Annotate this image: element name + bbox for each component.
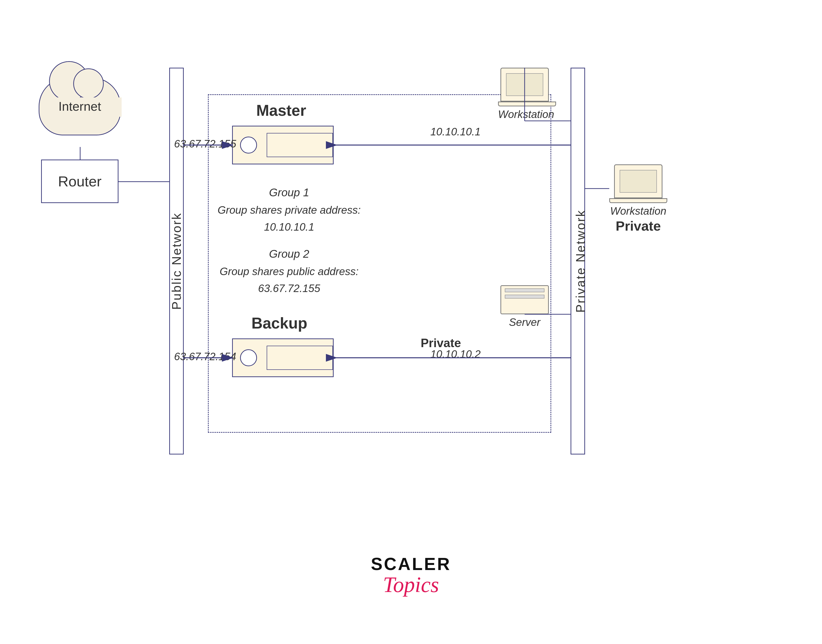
master-label: Master <box>256 101 306 120</box>
internet-cloud: Internet <box>34 77 126 155</box>
workstation-private: Workstation Private <box>609 164 667 234</box>
scaler-text: SCALER <box>371 554 451 574</box>
ip-master-private: 10.10.10.1 <box>430 126 481 138</box>
private-network-label-container: Private Network <box>556 68 604 454</box>
public-network-text: Public Network <box>169 213 184 310</box>
workstation-top-icon <box>500 68 549 101</box>
scaler-logo: SCALER Topics <box>371 554 451 596</box>
private-tag: Private <box>421 336 461 350</box>
workstation-private-sublabel: Private <box>609 218 667 234</box>
internet-label: Internet <box>39 99 121 113</box>
private-network-text: Private Network <box>573 210 587 313</box>
group1-label: Group 1 <box>218 184 361 202</box>
workstation-top-base <box>498 101 556 106</box>
server-device: Server <box>498 285 551 328</box>
line-internet-router <box>80 147 81 161</box>
workstation-private-icon <box>614 164 663 198</box>
ip-master-public: 63.67.72.155 <box>174 138 236 150</box>
server-label: Server <box>498 316 551 328</box>
topics-text: Topics <box>371 574 451 596</box>
master-firewall <box>232 126 334 164</box>
backup-firewall <box>232 339 334 377</box>
server-icon <box>500 285 549 314</box>
router-label: Router <box>58 173 101 190</box>
workstation-top: Workstation <box>498 68 551 120</box>
group2-desc: Group shares public address: <box>218 263 361 280</box>
master-firewall-circle <box>240 136 257 153</box>
router-box: Router <box>41 159 118 203</box>
backup-firewall-circle <box>240 349 257 366</box>
group2-label: Group 2 <box>218 245 361 263</box>
workstation-private-label: Workstation <box>609 205 667 217</box>
group1-addr: 10.10.10.1 <box>218 219 361 235</box>
backup-firewall-body <box>267 346 333 370</box>
backup-label: Backup <box>252 314 307 332</box>
workstation-private-base <box>609 198 667 203</box>
public-network-label-container: Public Network <box>155 68 198 454</box>
group1-desc: Group shares private address: <box>218 202 361 219</box>
master-firewall-body <box>267 133 333 157</box>
group-info: Group 1 Group shares private address: 10… <box>218 184 361 297</box>
group2-addr: 63.67.72.155 <box>218 280 361 297</box>
ip-backup-public: 63.67.72.154 <box>174 351 236 363</box>
workstation-top-label: Workstation <box>498 108 551 120</box>
